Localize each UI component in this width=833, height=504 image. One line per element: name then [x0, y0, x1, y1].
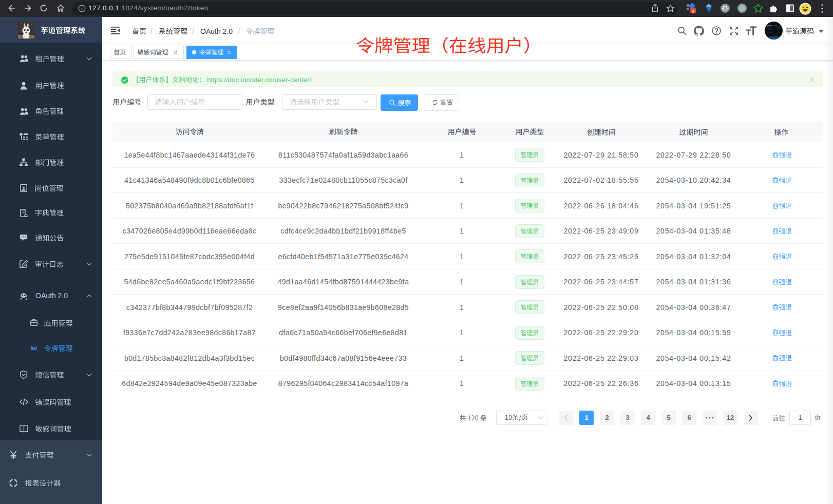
svg-text:a: a: [33, 345, 35, 351]
svg-text:g: g: [692, 8, 694, 13]
